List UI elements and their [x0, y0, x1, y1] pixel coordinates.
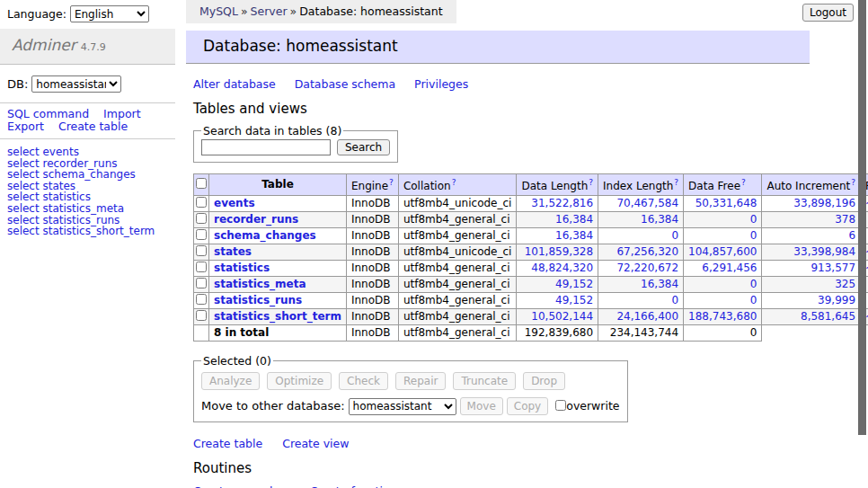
create-table-link-sidebar[interactable]: Create table	[58, 120, 128, 133]
index-length-link[interactable]: 70,467,584	[616, 197, 678, 209]
help-icon[interactable]: ?	[589, 178, 593, 187]
help-icon[interactable]: ?	[389, 178, 394, 187]
create-table-link[interactable]: Create table	[193, 437, 262, 450]
row-checkbox[interactable]	[196, 229, 207, 240]
breadcrumb-separator: »	[288, 4, 300, 18]
table-name-link[interactable]: statistics	[214, 262, 270, 274]
index-length-link[interactable]: 0	[671, 294, 678, 306]
help-icon[interactable]: ?	[452, 178, 456, 187]
create-function-link[interactable]: Create function	[310, 484, 397, 488]
total-data-length: 192,839,680	[517, 325, 598, 342]
data-length-link[interactable]: 48,824,320	[531, 262, 593, 274]
alter-database-link[interactable]: Alter database	[193, 77, 276, 91]
table-row: statistics InnoDB utf8mb4_general_ci 48,…	[194, 261, 868, 277]
data-free-link[interactable]: 188,743,680	[688, 310, 757, 323]
search-input[interactable]	[201, 139, 331, 155]
sidebar: Language:English Adminer4.7.9 DB:homeass…	[0, 0, 175, 237]
auto-increment-link[interactable]: 325	[835, 278, 855, 290]
data-length-link[interactable]: 101,859,328	[525, 245, 593, 258]
repair-button[interactable]: Repair	[395, 372, 446, 390]
sidebar-item-select-statistics-short-term[interactable]: select statistics_short_term	[7, 226, 168, 237]
table-name-link[interactable]: statistics_runs	[214, 294, 302, 306]
table-name-link[interactable]: states	[214, 245, 252, 258]
table-row: recorder_runs InnoDB utf8mb4_general_ci …	[194, 212, 868, 228]
help-icon[interactable]: ?	[674, 178, 678, 187]
database-schema-link[interactable]: Database schema	[295, 77, 395, 91]
language-label: Language:	[7, 7, 66, 21]
help-icon[interactable]: ?	[851, 178, 855, 187]
auto-increment-link[interactable]: 8,581,645	[801, 310, 855, 323]
optimize-button[interactable]: Optimize	[267, 372, 332, 390]
table-name-link[interactable]: statistics_short_term	[214, 310, 341, 323]
table-total-row: 8 in total InnoDB utf8mb4_general_ci 192…	[194, 325, 868, 342]
data-free-link[interactable]: 0	[750, 229, 757, 242]
export-link[interactable]: Export	[7, 120, 44, 133]
copy-button[interactable]: Copy	[507, 397, 548, 415]
data-free-link[interactable]: 50,331,648	[695, 197, 757, 209]
index-length-link[interactable]: 0	[671, 229, 678, 242]
auto-increment-link[interactable]: 378	[835, 213, 855, 226]
row-checkbox[interactable]	[196, 294, 207, 305]
language-select[interactable]: English	[70, 5, 149, 22]
drop-button[interactable]: Drop	[523, 372, 565, 390]
help-icon[interactable]: ?	[741, 178, 746, 187]
create-links: Create table Create view	[193, 437, 862, 450]
sidebar-item-select-schema-changes[interactable]: select schema_changes	[7, 169, 168, 181]
check-button[interactable]: Check	[339, 372, 388, 390]
table-name-link[interactable]: recorder_runs	[214, 213, 298, 226]
import-link[interactable]: Import	[103, 107, 141, 120]
index-length-link[interactable]: 24,166,400	[616, 310, 678, 323]
row-checkbox[interactable]	[196, 213, 207, 224]
data-free-link[interactable]: 6,291,456	[702, 262, 757, 274]
data-length-link[interactable]: 10,502,144	[531, 310, 593, 323]
auto-increment-link[interactable]: 33,398,984	[793, 245, 855, 258]
data-length-link[interactable]: 49,152	[555, 278, 593, 290]
table-name-link[interactable]: statistics_meta	[214, 278, 306, 290]
row-checkbox[interactable]	[196, 278, 207, 288]
index-length-link[interactable]: 67,256,320	[616, 245, 678, 258]
auto-increment-link[interactable]: 6	[848, 229, 855, 242]
auto-increment-link[interactable]: 913,577	[810, 262, 855, 274]
db-select[interactable]: homeassistant	[31, 75, 121, 93]
collation-cell: utf8mb4_general_ci	[398, 277, 517, 293]
db-label: DB:	[7, 77, 28, 91]
search-button[interactable]: Search	[337, 139, 390, 155]
sidebar-item-select-statistics-meta[interactable]: select statistics_meta	[7, 203, 168, 215]
collation-cell: utf8mb4_general_ci	[398, 212, 517, 228]
data-free-link[interactable]: 0	[750, 213, 757, 226]
index-length-link[interactable]: 72,220,672	[616, 262, 678, 274]
row-checkbox[interactable]	[196, 245, 207, 256]
sidebar-item-select-events[interactable]: select events	[7, 146, 168, 158]
truncate-button[interactable]: Truncate	[453, 372, 516, 390]
analyze-button[interactable]: Analyze	[201, 372, 260, 390]
data-free-link[interactable]: 104,857,600	[688, 245, 757, 258]
data-length-link[interactable]: 16,384	[555, 213, 593, 226]
select-all-checkbox[interactable]	[196, 178, 207, 189]
breadcrumb-mysql-link[interactable]: MySQL	[199, 4, 238, 18]
data-free-link[interactable]: 0	[750, 278, 757, 290]
auto-increment-link[interactable]: 39,999	[818, 294, 855, 306]
sidebar-table-list: select events select recorder_runs selec…	[0, 139, 175, 237]
row-checkbox[interactable]	[196, 310, 207, 321]
move-button[interactable]: Move	[460, 397, 503, 415]
row-checkbox[interactable]	[196, 262, 207, 272]
table-name-link[interactable]: events	[214, 197, 255, 209]
privileges-link[interactable]: Privileges	[414, 77, 468, 91]
index-length-link[interactable]: 16,384	[641, 278, 678, 290]
table-name-link[interactable]: schema_changes	[214, 229, 316, 242]
data-free-link[interactable]: 0	[750, 294, 757, 306]
move-db-select[interactable]: homeassistant	[349, 398, 456, 415]
sql-command-link[interactable]: SQL command	[7, 107, 89, 120]
engine-cell: InnoDB	[346, 212, 398, 228]
index-length-link[interactable]: 16,384	[641, 213, 678, 226]
create-procedure-link[interactable]: Create procedure	[193, 484, 291, 488]
create-view-link[interactable]: Create view	[282, 437, 349, 450]
overwrite-checkbox[interactable]	[555, 400, 566, 411]
row-checkbox[interactable]	[196, 197, 207, 208]
vertical-scrollbar[interactable]	[858, 0, 866, 435]
data-length-link[interactable]: 31,522,816	[531, 197, 593, 209]
data-length-link[interactable]: 49,152	[555, 294, 593, 306]
breadcrumb-server-link[interactable]: Server	[251, 4, 288, 18]
data-length-link[interactable]: 16,384	[555, 229, 593, 242]
auto-increment-link[interactable]: 33,898,196	[793, 197, 855, 209]
